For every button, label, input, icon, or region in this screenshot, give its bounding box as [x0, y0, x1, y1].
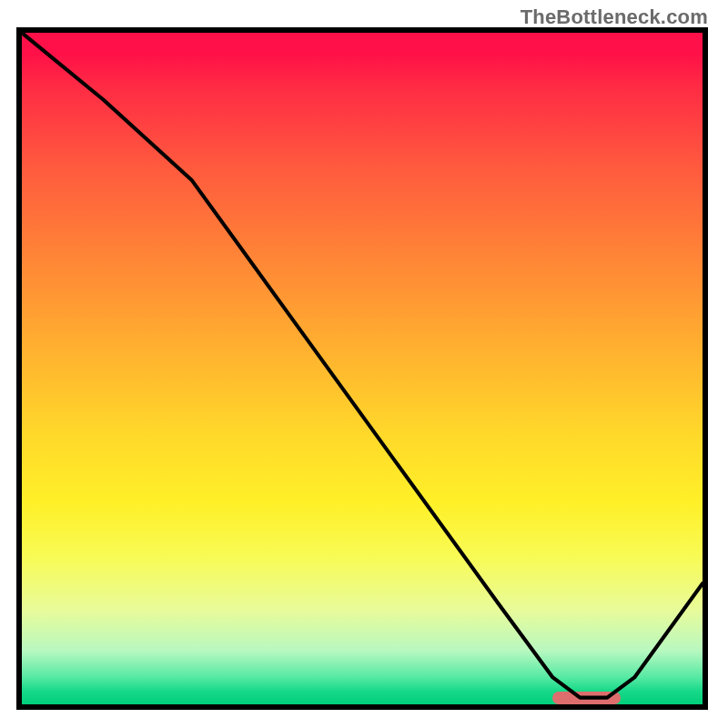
bottleneck-curve: [22, 33, 703, 704]
chart-frame: [16, 27, 708, 710]
watermark-text: TheBottleneck.com: [521, 5, 708, 29]
